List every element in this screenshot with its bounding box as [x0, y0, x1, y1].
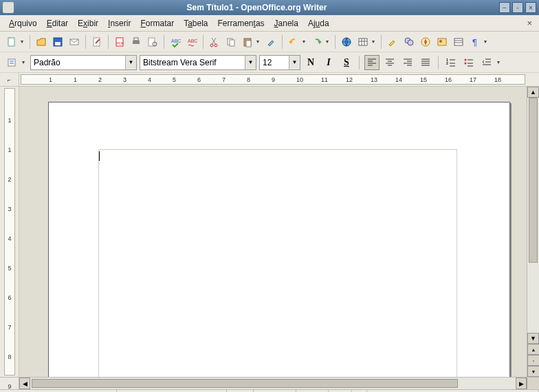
underline-button[interactable]: S [339, 55, 354, 70]
svg-text:PDF: PDF [117, 41, 124, 45]
menu-formatar[interactable]: Formatar [135, 17, 179, 30]
prev-page-button[interactable]: ▲ [527, 344, 539, 355]
hyperlink-button[interactable] [339, 34, 354, 50]
vertical-scrollbar[interactable]: ▲ ▼ ▲ ◦ ▼ [527, 87, 539, 377]
menu-tabela[interactable]: Tabela [179, 17, 212, 30]
font-size-value: 12 [260, 58, 289, 67]
autospell-button[interactable]: ABC [184, 34, 199, 50]
align-justify-button[interactable] [418, 55, 433, 70]
ruler-v-tick: 6 [1, 294, 18, 301]
scroll-h-thumb[interactable] [32, 379, 458, 388]
ruler-h-track[interactable]: 1123456789101112131415161718 [21, 74, 525, 85]
svg-point-31 [465, 58, 467, 61]
menu-exibir[interactable]: Exibir [73, 17, 103, 30]
print-preview-button[interactable] [145, 34, 160, 50]
font-name-combo[interactable]: Bitstream Vera Serif ▼ [140, 55, 256, 70]
ruler-h-tick: 14 [395, 76, 402, 83]
paragraph-style-combo[interactable]: Padrão ▼ [30, 55, 137, 70]
format-paintbrush-button[interactable] [263, 34, 278, 50]
ruler-h-tick: 1 [74, 76, 77, 83]
undo-button[interactable] [286, 34, 301, 50]
cut-button[interactable] [207, 34, 222, 50]
font-size-combo[interactable]: 12 ▼ [259, 55, 300, 70]
paste-button[interactable] [240, 34, 255, 50]
svg-rect-26 [454, 39, 463, 45]
toolbar-more[interactable]: ▾ [484, 39, 490, 45]
paste-dropdown[interactable]: ▾ [256, 39, 262, 45]
size-combo-arrow[interactable]: ▼ [289, 56, 300, 69]
align-center-button[interactable] [382, 55, 397, 70]
ruler-v-tick: 1 [1, 146, 18, 153]
horizontal-scrollbar[interactable]: ◀ ▶ [0, 377, 539, 389]
scroll-v-thumb[interactable] [529, 98, 538, 263]
svg-rect-2 [55, 42, 60, 45]
ruler-h-tick: 3 [123, 76, 126, 83]
close-button[interactable]: × [525, 2, 536, 13]
new-doc-button[interactable] [4, 34, 19, 50]
styles-dropdown-arrow[interactable]: ▾ [22, 59, 28, 65]
redo-button[interactable] [309, 34, 324, 50]
email-button[interactable] [67, 34, 82, 50]
menu-editar[interactable]: Editar [42, 17, 73, 30]
ruler-v-tick: 9 [1, 383, 18, 390]
gallery-button[interactable] [434, 34, 450, 50]
menu-inserir[interactable]: Inserir [103, 17, 135, 30]
title-bar: Sem Título1 - OpenOffice.org Writer − ▫ … [0, 0, 539, 15]
bold-button[interactable]: N [303, 55, 318, 70]
copy-button[interactable] [223, 34, 239, 50]
datasource-button[interactable] [451, 34, 466, 50]
align-left-button[interactable] [364, 55, 380, 70]
fmtbar-more[interactable]: ▾ [497, 59, 503, 65]
font-name-value: Bitstream Vera Serif [140, 58, 245, 67]
redo-dropdown[interactable]: ▾ [326, 39, 331, 45]
ruler-h-tick: 11 [321, 76, 328, 83]
align-right-button[interactable] [400, 55, 415, 70]
scroll-down-button[interactable]: ▼ [527, 333, 539, 344]
svg-rect-16 [230, 40, 234, 46]
spellcheck-button[interactable]: ABC [168, 34, 183, 50]
menu-arquivo[interactable]: Arquivo [4, 17, 42, 30]
menu-ferramentas[interactable]: Ferramentas [213, 17, 270, 30]
undo-dropdown[interactable]: ▾ [302, 39, 308, 45]
edit-file-button[interactable] [89, 34, 104, 50]
horizontal-ruler[interactable]: ⌐ 1123456789101112131415161718 [0, 73, 539, 87]
table-button[interactable] [355, 34, 371, 50]
new-doc-dropdown[interactable]: ▾ [21, 39, 26, 45]
svg-text:2: 2 [446, 61, 448, 65]
decrease-indent-button[interactable] [479, 55, 494, 70]
document-area[interactable] [19, 87, 527, 377]
navigator-button[interactable] [418, 34, 433, 50]
ruler-h-tick: 2 [98, 76, 102, 83]
svg-rect-7 [133, 41, 140, 44]
maximize-button[interactable]: ▫ [512, 2, 523, 13]
scroll-up-button[interactable]: ▲ [527, 87, 539, 98]
nonprinting-button[interactable]: ¶ [468, 34, 483, 50]
scroll-left-button[interactable]: ◀ [19, 378, 30, 389]
font-combo-arrow[interactable]: ▼ [245, 56, 256, 69]
find-button[interactable] [402, 34, 417, 50]
next-page-button[interactable]: ▼ [527, 366, 539, 377]
ruler-h-tick: 1 [49, 76, 52, 83]
show-draw-button[interactable] [385, 34, 400, 50]
ruler-v-tick: 8 [1, 353, 18, 360]
minimize-button[interactable]: − [499, 2, 510, 13]
ruler-h-tick: 13 [371, 76, 377, 83]
print-button[interactable] [129, 34, 144, 50]
export-pdf-button[interactable]: PDF [112, 34, 127, 50]
bullet-list-button[interactable] [461, 55, 476, 70]
ruler-h-tick: 18 [494, 76, 501, 83]
scroll-right-button[interactable]: ▶ [516, 378, 527, 389]
italic-button[interactable]: I [321, 55, 336, 70]
style-combo-arrow[interactable]: ▼ [125, 56, 136, 69]
save-button[interactable] [50, 34, 65, 50]
document-close-button[interactable]: × [524, 18, 535, 28]
menu-janela[interactable]: Janela [270, 17, 303, 30]
vertical-ruler[interactable]: 1123456789 [0, 87, 19, 377]
table-dropdown[interactable]: ▾ [372, 39, 377, 45]
open-button[interactable] [34, 34, 49, 50]
nav-button[interactable]: ◦ [527, 355, 539, 366]
page[interactable] [48, 102, 510, 377]
numbered-list-button[interactable]: 12 [443, 55, 459, 70]
menu-ajuda[interactable]: Ajuda [303, 17, 334, 30]
styles-window-button[interactable] [4, 55, 19, 70]
